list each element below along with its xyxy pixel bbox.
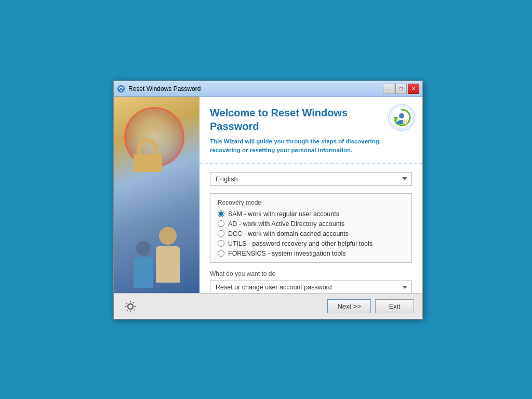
gear-icon xyxy=(122,298,139,315)
lock-illustration xyxy=(129,138,166,169)
recovery-option-sam[interactable]: SAM - work with regular user accounts xyxy=(218,210,404,218)
radio-utils-label: UTILS - password recovery and other help… xyxy=(228,240,373,247)
illustration-panel xyxy=(114,97,200,293)
welcome-title: Welcome to Reset Windows Password xyxy=(210,106,412,133)
radio-forensics-label: FORENSICS - system investigation tools xyxy=(228,250,345,257)
bottom-buttons: Next >> Exit xyxy=(327,299,414,313)
radio-utils[interactable] xyxy=(218,240,224,247)
window-controls: – □ ✕ xyxy=(383,84,419,94)
bottom-bar: Next >> Exit xyxy=(114,293,422,319)
svg-point-6 xyxy=(128,304,133,309)
exit-button[interactable]: Exit xyxy=(375,299,414,313)
welcome-subtitle: This Wizard will guide you through the s… xyxy=(210,137,412,155)
titlebar: Reset Windows Password – □ ✕ xyxy=(114,81,422,97)
maximize-button[interactable]: □ xyxy=(395,84,407,94)
want-select[interactable]: Reset or change user account password Un… xyxy=(210,281,412,294)
language-select[interactable]: English French German Spanish xyxy=(210,172,412,186)
recovery-option-utils[interactable]: UTILS - password recovery and other help… xyxy=(218,240,404,247)
close-button[interactable]: ✕ xyxy=(408,84,419,94)
radio-ad[interactable] xyxy=(218,220,224,227)
want-label: What do you want to do xyxy=(210,270,412,277)
recovery-option-forensics[interactable]: FORENSICS - system investigation tools xyxy=(218,250,404,257)
recovery-mode-label: Recovery mode xyxy=(218,199,404,206)
window-title: Reset Windows Password xyxy=(128,85,383,92)
radio-ad-label: AD - work with Active Directory accounts xyxy=(228,220,344,228)
app-icon xyxy=(117,85,125,93)
content-panel: Welcome to Reset Windows Password This W… xyxy=(200,97,422,293)
radio-sam[interactable] xyxy=(218,210,224,217)
minimize-button[interactable]: – xyxy=(383,84,394,94)
recovery-options: SAM - work with regular user accounts AD… xyxy=(218,210,404,257)
desktop: Reset Windows Password – □ ✕ xyxy=(0,0,532,399)
radio-sam-label: SAM - work with regular user accounts xyxy=(228,210,339,218)
people-illustration xyxy=(114,200,200,293)
svg-point-4 xyxy=(399,113,404,118)
svg-point-0 xyxy=(117,85,125,92)
recovery-mode-box: Recovery mode SAM - work with regular us… xyxy=(210,193,412,263)
recovery-option-ad[interactable]: AD - work with Active Directory accounts xyxy=(218,220,404,228)
radio-dcc[interactable] xyxy=(218,230,224,237)
radio-forensics[interactable] xyxy=(218,250,224,257)
figure-2 xyxy=(156,227,180,283)
next-button[interactable]: Next >> xyxy=(327,299,371,313)
want-section: What do you want to do Reset or change u… xyxy=(210,270,412,294)
radio-dcc-label: DCC - work with domain cached accounts xyxy=(228,230,349,237)
window-body: Welcome to Reset Windows Password This W… xyxy=(114,97,422,293)
figure-1 xyxy=(134,241,153,288)
logo xyxy=(388,104,415,131)
content-area: English French German Spanish Recovery m… xyxy=(200,164,422,294)
svg-point-1 xyxy=(121,89,122,91)
recovery-option-dcc[interactable]: DCC - work with domain cached accounts xyxy=(218,230,404,237)
logo-svg xyxy=(390,105,414,129)
header-section: Welcome to Reset Windows Password This W… xyxy=(200,97,422,164)
main-window: Reset Windows Password – □ ✕ xyxy=(113,81,423,320)
